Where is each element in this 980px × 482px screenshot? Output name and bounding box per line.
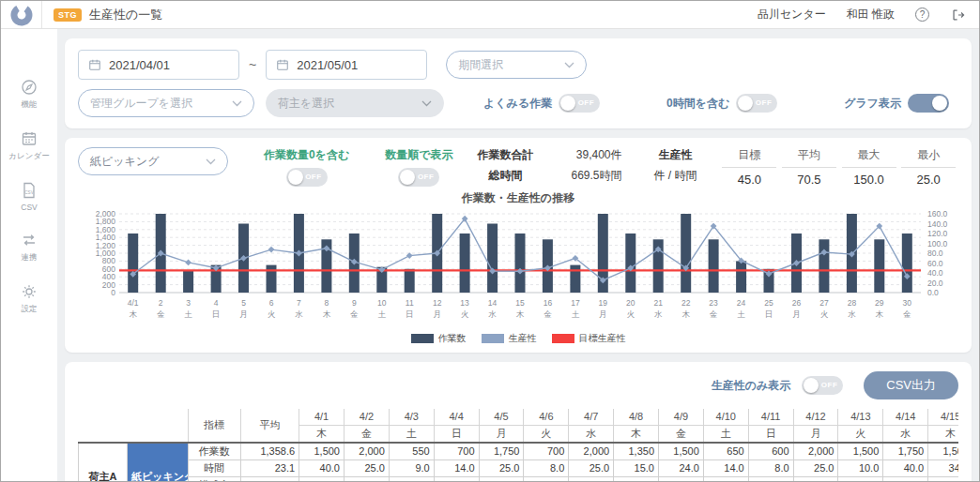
svg-text:16: 16 (544, 298, 553, 308)
metric-cell: 時間 (188, 459, 240, 476)
title-bar: STG 生産性の一覧 品川センター 和田 惟政 ? (42, 1, 979, 28)
sidebar-item-settings[interactable]: 設定 (20, 282, 38, 315)
target-swatch (552, 334, 574, 343)
svg-text:7: 7 (297, 298, 301, 308)
svg-text:土: 土 (378, 309, 387, 319)
sidebar-item-functions[interactable]: 機能 (20, 78, 38, 111)
value-cell: 700 (524, 443, 569, 460)
svg-text:28: 28 (848, 298, 857, 308)
metric-cell: 構成率 (188, 476, 240, 481)
value-cell: 81.8 (389, 476, 434, 481)
work-type-select[interactable]: 紙ピッキング (78, 147, 228, 175)
page-title: 生産性の一覧 (89, 7, 162, 23)
svg-text:金: 金 (903, 309, 911, 319)
sync-arrows-icon (20, 231, 38, 249)
include-zero-qty-toggle-group: 作業数量0を含む OFF (264, 147, 349, 187)
value-cell: 47.1 (659, 476, 704, 481)
calendar-icon (20, 129, 38, 148)
center-name[interactable]: 品川センター (758, 7, 826, 23)
productivity-table[interactable]: 指標平均4/14/24/34/44/54/64/74/84/94/104/114… (78, 409, 958, 481)
svg-text:20: 20 (626, 298, 635, 308)
app-logo[interactable] (1, 1, 42, 28)
weekday-header: 月 (479, 425, 524, 443)
svg-text:火: 火 (461, 309, 469, 319)
svg-text:木: 木 (323, 309, 331, 319)
svg-text:金: 金 (544, 309, 552, 319)
svg-text:13: 13 (460, 298, 469, 308)
svg-text:23: 23 (709, 298, 718, 308)
weekday-header: 火 (838, 425, 883, 443)
value-cell: 2,000 (793, 443, 838, 460)
productivity-only-label: 生産性のみ表示 (712, 378, 791, 394)
summary-stats: 作業数合計 総時間 39,400件 669.5時間 生産性 件 / 時間 (478, 147, 958, 187)
svg-text:8: 8 (325, 298, 329, 308)
svg-text:土: 土 (737, 309, 745, 319)
value-cell: 9.0 (389, 459, 434, 476)
bar-swatch (411, 334, 434, 343)
average-cell: 23.1 (240, 459, 299, 476)
shipper-select[interactable]: 荷主を選択 (266, 89, 444, 117)
date-header: 4/6 (524, 409, 569, 425)
chart-panel: 紙ピッキング 作業数量0を含む OFF 数量順で表示 (65, 138, 972, 353)
chart-title: 作業数・生産性の推移 (78, 190, 958, 206)
line-swatch (482, 334, 504, 343)
svg-text:6: 6 (269, 298, 274, 308)
svg-text:月: 月 (433, 309, 441, 319)
date-from-input[interactable]: 2021/04/01 (78, 50, 239, 80)
shipper-cell: 荷主A (79, 443, 128, 482)
help-icon[interactable]: ? (915, 8, 929, 22)
date-to-input[interactable]: 2021/05/01 (266, 50, 427, 80)
productivity-only-toggle[interactable]: OFF (802, 376, 843, 395)
total-works-value: 39,400件 (544, 147, 622, 163)
value-cell: 54.8 (883, 476, 928, 481)
date-header: 4/4 (434, 409, 479, 425)
graph-display-toggle-group: グラフ表示 ON (844, 94, 949, 113)
svg-text:9: 9 (352, 298, 357, 308)
value-cell: 34.8 (299, 476, 345, 481)
value-cell: 29.4 (614, 476, 659, 481)
value-cell: 22.1 (569, 476, 614, 481)
include-zero-hours-toggle[interactable]: OFF (736, 94, 777, 113)
value-cell: 700 (434, 443, 479, 460)
svg-text:120.0: 120.0 (927, 229, 948, 238)
sidebar-item-integration[interactable]: 連携 (20, 231, 38, 264)
management-group-select[interactable]: 管理グループを選択 (78, 89, 254, 117)
qty-order-toggle[interactable]: OFF (398, 168, 439, 187)
svg-text:40.0: 40.0 (927, 268, 943, 278)
svg-text:月: 月 (599, 309, 607, 319)
include-zero-qty-toggle[interactable]: OFF (286, 168, 328, 187)
date-header: 4/9 (659, 409, 704, 425)
svg-text:2,000: 2,000 (96, 209, 116, 218)
date-header: 4/15 (928, 409, 958, 425)
logout-icon[interactable] (950, 8, 966, 23)
date-header: 4/11 (748, 409, 793, 425)
value-cell: 25.0 (793, 459, 838, 476)
legend-line-series: 生産性 (482, 332, 537, 345)
value-cell: 40.0 (883, 459, 928, 476)
weekday-header: 金 (659, 425, 704, 443)
favorite-works-toggle[interactable]: OFF (559, 94, 600, 113)
calendar-icon (88, 58, 101, 71)
user-name[interactable]: 和田 惟政 (847, 7, 895, 23)
sidebar-item-csv[interactable]: CSV CSV (20, 181, 38, 212)
main-content: 2021/04/01 ~ 2021/05/01 期間選択 (57, 29, 979, 481)
csv-file-icon: CSV (20, 181, 38, 200)
weekday-header: 火 (524, 425, 569, 443)
graph-display-toggle[interactable]: ON (908, 94, 949, 113)
svg-text:金: 金 (350, 309, 359, 319)
weekday-header: 土 (389, 425, 434, 443)
value-cell: 16.0 (928, 476, 958, 481)
date-header: 4/10 (703, 409, 748, 425)
productivity-label: 生産性 (654, 147, 697, 163)
sidebar-item-calendar[interactable]: カレンダー (8, 129, 49, 162)
svg-text:土: 土 (184, 309, 192, 319)
svg-text:木: 木 (516, 309, 525, 319)
svg-text:21: 21 (653, 298, 663, 308)
combo-chart[interactable]: 02004006008001,0001,2001,4001,6001,8002,… (78, 206, 960, 326)
period-select[interactable]: 期間選択 (446, 51, 587, 79)
average-header: 平均 (240, 409, 299, 443)
value-cell: 2,000 (569, 443, 614, 460)
svg-text:3: 3 (186, 298, 191, 308)
value-cell: 17.0 (344, 476, 389, 481)
csv-export-button[interactable]: CSV出力 (864, 371, 958, 399)
